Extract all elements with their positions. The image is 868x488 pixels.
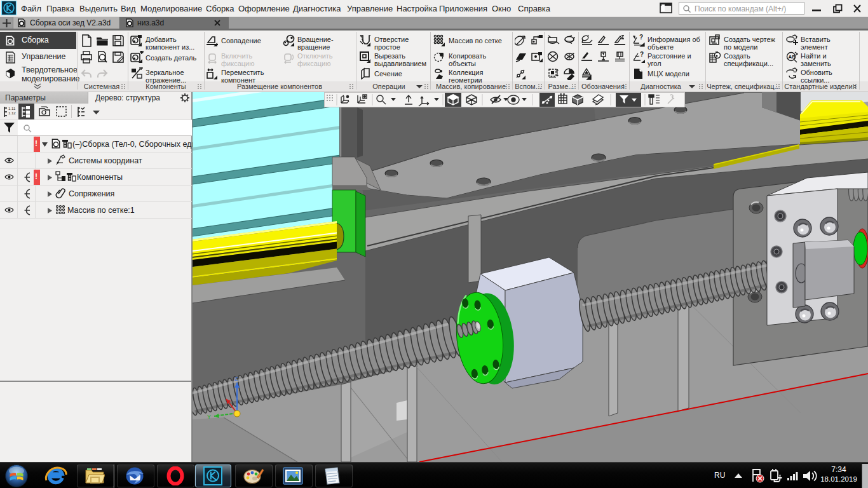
svg-text:1.12: 1.12: [8, 111, 16, 115]
svg-text:АB: АB: [789, 54, 796, 60]
svg-text:Z: Z: [234, 376, 238, 382]
svg-text:1.11: 1.11: [8, 107, 16, 111]
svg-text:?: ?: [640, 51, 644, 58]
svg-text:Y: Y: [207, 414, 211, 420]
svg-text:?: ?: [639, 34, 643, 41]
